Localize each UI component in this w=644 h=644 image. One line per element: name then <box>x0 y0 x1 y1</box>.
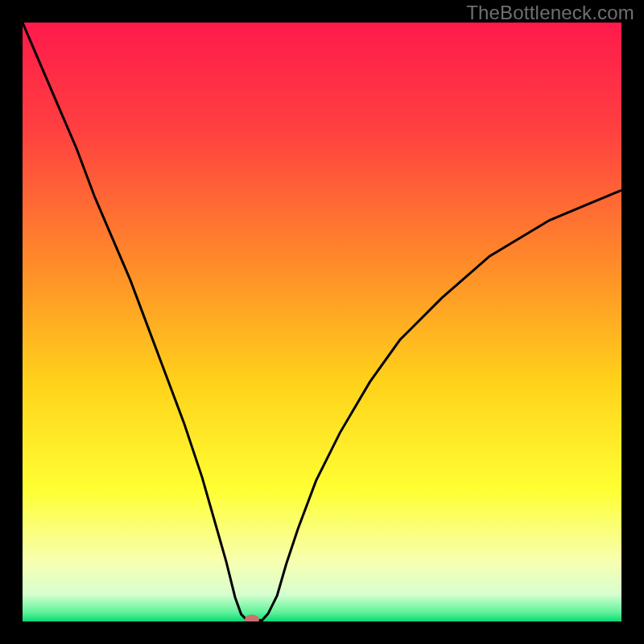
optimal-point-marker <box>245 614 259 624</box>
chart-frame: TheBottleneck.com <box>0 0 644 644</box>
bottleneck-chart <box>0 0 644 644</box>
watermark-text: TheBottleneck.com <box>466 2 634 24</box>
plot-background <box>23 23 621 621</box>
